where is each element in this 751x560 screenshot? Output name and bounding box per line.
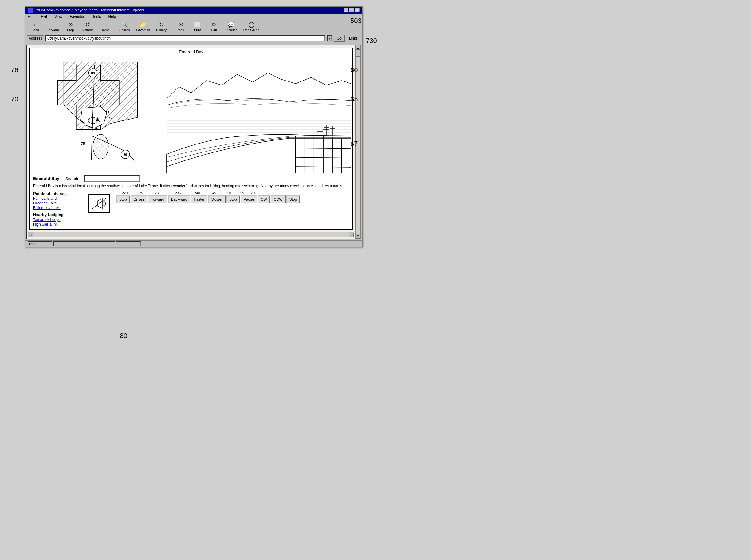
back-label: Back (32, 28, 39, 32)
ctrl-stop3-button[interactable]: Stop (286, 196, 300, 203)
controls-buttons: Stop Drives Forward Backward Faster Slow… (116, 196, 349, 203)
ref-65: 65 (350, 95, 358, 103)
ctrl-stop-button[interactable]: Stop (116, 196, 130, 203)
history-icon: ↻ (159, 22, 164, 27)
scroll-right-arrow[interactable]: ► (349, 232, 354, 237)
toolbar-separator-2 (171, 21, 171, 32)
menu-tools[interactable]: Tools (91, 14, 102, 19)
stop-label: Stop (67, 28, 74, 32)
go-button[interactable]: Go (334, 35, 345, 42)
scroll-left-arrow[interactable]: ◄ (28, 232, 33, 237)
svg-point-6 (93, 134, 108, 159)
address-label: Address (27, 35, 44, 41)
ctrl-label-250: 250 (221, 191, 236, 195)
stop-button[interactable]: ⊗ Stop (63, 21, 78, 32)
realguide-button[interactable]: ◯ RealGuide (241, 21, 262, 32)
favorites-button[interactable]: 📁 Favorites (134, 21, 153, 32)
back-button[interactable]: ← Back (28, 21, 43, 32)
home-button[interactable]: ⌂ Home (97, 21, 113, 32)
refresh-icon: ↺ (85, 22, 90, 27)
lodging-link-0[interactable]: Tamarack Lodge (33, 218, 82, 222)
page-title: Emerald Bay (30, 48, 352, 56)
discuss-label: Discuss (225, 28, 237, 32)
scroll-h-track[interactable] (33, 232, 349, 237)
stop-icon: ⊗ (68, 22, 73, 27)
status-zone (54, 241, 115, 246)
ctrl-ccw-button[interactable]: CCW (271, 196, 286, 203)
ctrl-drives-button[interactable]: Drives (130, 196, 147, 203)
discuss-button[interactable]: 💬 Discuss (223, 21, 240, 32)
poi-link-2[interactable]: Fallen Leaf Lake (33, 206, 82, 210)
realguide-icon: ◯ (248, 22, 255, 27)
history-button[interactable]: ↻ History (154, 21, 169, 32)
svg-text:75: 75 (81, 141, 85, 146)
home-icon: ⌂ (103, 22, 107, 27)
speaker-icon (92, 197, 107, 209)
edit-button[interactable]: ✏ Edit (206, 21, 222, 32)
ref-730: 730 (366, 37, 377, 45)
close-button[interactable]: ✕ (354, 8, 360, 12)
browser-window: C:\FlyCam\Rover\mockup\flyabout.htm - Mi… (25, 6, 363, 247)
lodging-link-1[interactable]: High Sierra Inn (33, 222, 82, 226)
discuss-icon: 💬 (228, 22, 235, 27)
ctrl-stop2-button[interactable]: Stop (226, 196, 240, 203)
ctrl-label-230: 230 (148, 191, 167, 195)
search-label: Search (119, 28, 130, 32)
realguide-label: RealGuide (243, 28, 259, 32)
address-input[interactable] (45, 35, 325, 41)
ctrl-pause-button[interactable]: Pause (241, 196, 257, 203)
mail-button[interactable]: ✉ Mail (173, 21, 188, 32)
map-svg: 89 89 78 77 (30, 56, 165, 173)
poi-link-0[interactable]: Fannett Island (33, 196, 82, 201)
controls-section: 220 225 230 235 240 245 250 255 260 (116, 191, 349, 203)
address-dropdown[interactable]: ▼ (327, 35, 332, 41)
menu-exit[interactable]: Exit (40, 14, 48, 19)
ref-67: 67 (350, 140, 358, 148)
svg-marker-26 (97, 199, 102, 208)
menu-favorites[interactable]: Favorites (68, 14, 86, 19)
ctrl-forward-button[interactable]: Forward (148, 196, 167, 203)
ctrl-faster-button[interactable]: Faster (191, 196, 207, 203)
menu-file[interactable]: File (26, 14, 35, 19)
address-bar: Address ▼ Go Links (25, 34, 362, 43)
ctrl-label-225: 225 (132, 191, 148, 195)
favorites-icon: 📁 (140, 22, 146, 27)
status-text: Done (28, 241, 52, 246)
title-bar-buttons: _ □ ✕ (344, 8, 360, 12)
toolbar: ← Back → Forward ⊗ Stop ↺ Refresh ⌂ Home… (25, 20, 362, 34)
search-button[interactable]: 🔍 Search (117, 21, 133, 32)
print-button[interactable]: ⬜ Print (189, 21, 205, 32)
forward-button[interactable]: → Forward (44, 21, 61, 32)
lodging-heading: Nearby Lodging (33, 213, 82, 217)
menu-view[interactable]: View (53, 14, 64, 19)
scroll-thumb[interactable] (356, 51, 360, 57)
maximize-button[interactable]: □ (349, 8, 354, 12)
scroll-down-arrow[interactable]: ▼ (356, 234, 361, 239)
ref-503: 503 (350, 17, 362, 25)
poi-link-1[interactable]: Cascade Lake (33, 201, 82, 205)
refresh-button[interactable]: ↺ Refresh (79, 21, 96, 32)
menu-help[interactable]: Help (107, 14, 117, 19)
ctrl-cw-button[interactable]: CW (258, 196, 270, 203)
svg-text:89: 89 (123, 153, 127, 157)
status-bar: Done (25, 240, 362, 247)
menu-bar: File Exit View Favorites Tools Help (25, 14, 362, 20)
minimize-button[interactable]: _ (344, 8, 348, 12)
browser-content: Emerald Bay (26, 44, 361, 239)
ctrl-slower-button[interactable]: Slower (208, 196, 226, 203)
description-text: Emerald Bay is a beautiful location alon… (33, 183, 349, 189)
back-icon: ← (33, 22, 38, 27)
location-name: Emerald Bay (33, 176, 59, 181)
ref-80: 80 (120, 332, 127, 340)
edit-label: Edit (211, 28, 217, 32)
scroll-up-arrow[interactable]: ▲ (356, 45, 361, 50)
toolbar-separator (115, 21, 115, 32)
print-icon: ⬜ (194, 22, 201, 27)
speaker-box[interactable] (88, 194, 110, 213)
title-bar-left: C:\FlyCam\Rover\mockup\flyabout.htm - Mi… (28, 8, 144, 13)
favorites-label: Favorites (136, 28, 150, 32)
ctrl-backward-button[interactable]: Backward (168, 196, 190, 203)
ctrl-label-220: 220 (117, 191, 132, 195)
controls-labels: 220 225 230 235 240 245 250 255 260 (116, 191, 349, 195)
search-input[interactable] (84, 176, 140, 182)
